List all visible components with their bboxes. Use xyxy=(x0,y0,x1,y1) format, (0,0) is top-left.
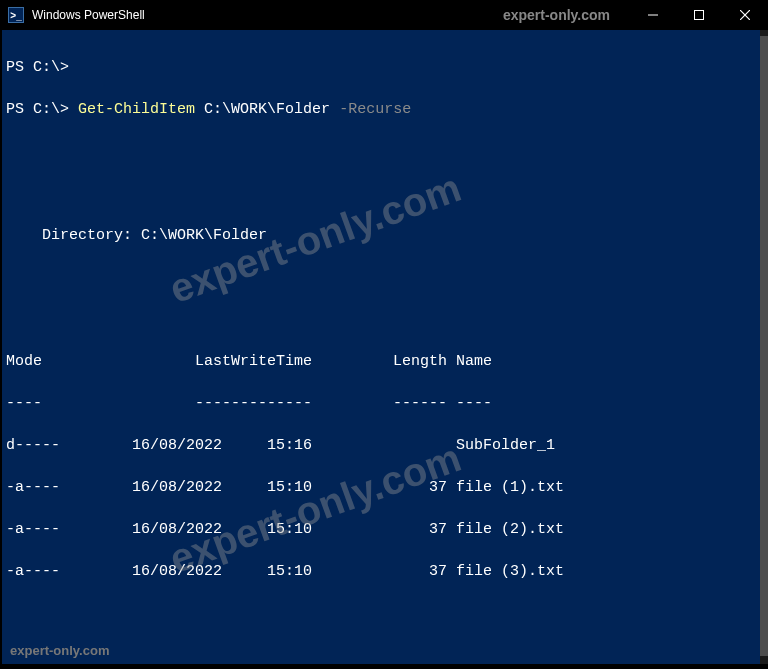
command-line: PS C:\> Get-ChildItem C:\WORK\Folder -Re… xyxy=(6,99,760,120)
table-divider: ---- ------------- ------ ---- xyxy=(6,393,760,414)
minimize-button[interactable] xyxy=(630,0,676,30)
table-row: d----- 16/08/2022 15:16 SubFolder_1 xyxy=(6,435,760,456)
cmdlet-name: Get-ChildItem xyxy=(78,101,195,118)
scrollbar-thumb[interactable] xyxy=(760,36,768,656)
cmd-flag: -Recurse xyxy=(339,101,411,118)
table-row: -a---- 16/08/2022 15:10 37 file (2).txt xyxy=(6,519,760,540)
window-titlebar: >_ Windows PowerShell expert-only.com xyxy=(0,0,768,30)
table-row: -a---- 16/08/2022 15:10 37 file (3).txt xyxy=(6,561,760,582)
close-icon xyxy=(740,10,750,20)
minimize-icon xyxy=(648,10,658,20)
window-title: Windows PowerShell xyxy=(32,8,145,22)
maximize-button[interactable] xyxy=(676,0,722,30)
close-button[interactable] xyxy=(722,0,768,30)
maximize-icon xyxy=(694,10,704,20)
directory-header-1: Directory: C:\WORK\Folder xyxy=(6,225,760,246)
watermark-titlebar: expert-only.com xyxy=(503,7,610,23)
vertical-scrollbar[interactable] xyxy=(760,30,768,664)
cmd-arg: C:\WORK\Folder xyxy=(204,101,330,118)
svg-rect-1 xyxy=(695,11,704,20)
table-row: -a---- 16/08/2022 15:10 37 file (1).txt xyxy=(6,477,760,498)
powershell-icon: >_ xyxy=(8,7,24,23)
prompt-text: PS C:\> xyxy=(6,101,69,118)
table-header: Mode LastWriteTime Length Name xyxy=(6,351,760,372)
terminal-area[interactable]: PS C:\> PS C:\> Get-ChildItem C:\WORK\Fo… xyxy=(2,30,760,664)
prompt-line-empty: PS C:\> xyxy=(6,57,760,78)
window-controls xyxy=(630,0,768,30)
